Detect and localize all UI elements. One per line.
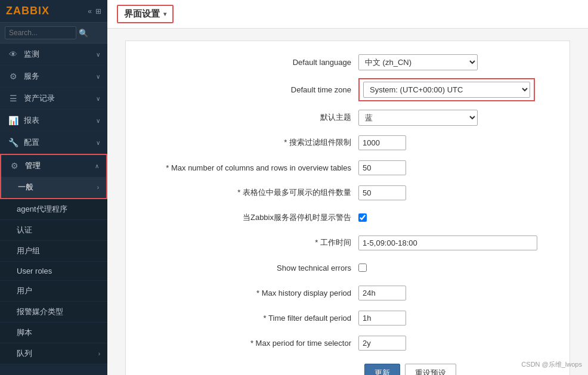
sidebar-item-monitor[interactable]: 👁 监测 ∨ — [0, 44, 107, 66]
search-filter-input[interactable] — [358, 135, 406, 150]
service-icon: ⚙ — [7, 72, 19, 81]
manage-icon: ⚙ — [8, 161, 20, 171]
search-icon: 🔍 — [79, 29, 88, 38]
page-title: 界面设置 — [124, 8, 160, 20]
default-lang-label: Default language — [144, 58, 358, 67]
sidebar-item-report[interactable]: 📊 报表 ∨ — [0, 110, 107, 132]
management-section: ⚙ 管理 ∧ 一般 › — [0, 154, 107, 199]
default-lang-select[interactable]: 中文 (zh_CN) — [358, 54, 478, 70]
max-widget-row: * 表格位中最多可展示的组件数量 — [144, 184, 552, 202]
collapse-icon[interactable]: « — [88, 7, 92, 16]
chevron-up-icon: ∧ — [95, 163, 99, 169]
show-warning-checkbox-wrap — [358, 213, 367, 222]
show-warning-row: 当Zabbix服务器停机时显示警告 — [144, 209, 552, 227]
max-columns-input[interactable] — [358, 160, 406, 175]
sidebar-item-usergroup[interactable]: 用户组 — [0, 241, 107, 262]
config-icon: 🔧 — [7, 138, 19, 147]
content-body: Default language 中文 (zh_CN) Default time… — [107, 29, 588, 375]
media-label: 报警媒介类型 — [17, 306, 63, 317]
work-time-row: * 工作时间 — [144, 234, 552, 252]
max-widget-label: * 表格位中最多可展示的组件数量 — [144, 187, 358, 198]
userroles-label: User roles — [17, 266, 52, 275]
show-warning-checkbox[interactable] — [358, 213, 367, 222]
sidebar-item-general[interactable]: 一般 › — [1, 177, 106, 198]
sidebar-item-userroles[interactable]: User roles — [0, 262, 107, 281]
sidebar-item-assets[interactable]: ☰ 资产记录 ∨ — [0, 88, 107, 110]
default-lang-row: Default language 中文 (zh_CN) — [144, 53, 552, 71]
settings-form: Default language 中文 (zh_CN) Default time… — [125, 41, 570, 375]
time-filter-row: * Time filter default period — [144, 309, 552, 327]
sidebar-item-users[interactable]: 用户 — [0, 281, 107, 302]
title-dropdown-icon: ▾ — [163, 11, 166, 17]
sidebar-item-label: 监测 — [24, 49, 39, 60]
show-tech-errors-checkbox-wrap — [358, 264, 367, 272]
time-filter-label: * Time filter default period — [144, 314, 358, 323]
chevron-down-icon: ∨ — [96, 140, 100, 146]
default-theme-label: 默认主题 — [144, 112, 358, 123]
auth-label: 认证 — [17, 225, 32, 235]
default-theme-row: 默认主题 蓝 — [144, 109, 552, 126]
search-filter-label: * 搜索过滤组件限制 — [144, 137, 358, 148]
monitor-icon: 👁 — [7, 49, 19, 59]
assets-icon: ☰ — [7, 94, 19, 103]
show-tech-errors-row: Show technical errors — [144, 259, 552, 277]
chevron-right-icon: › — [98, 351, 100, 357]
zabbix-logo: ZABBIX — [6, 5, 88, 17]
sidebar-item-auth[interactable]: 认证 — [0, 220, 107, 241]
sidebar-item-manage[interactable]: ⚙ 管理 ∧ — [1, 155, 106, 177]
sidebar-header-icons: « ⊞ — [88, 7, 101, 16]
content-header: 界面设置 ▾ — [107, 0, 588, 29]
chevron-down-icon: ∨ — [96, 117, 100, 124]
default-tz-label: Default time zone — [144, 85, 358, 94]
agent-label: agent代理程序 — [17, 204, 67, 215]
grid-icon[interactable]: ⊞ — [95, 7, 101, 16]
show-tech-errors-checkbox[interactable] — [358, 264, 367, 272]
chevron-down-icon: ∨ — [96, 51, 100, 58]
report-icon: 📊 — [7, 116, 19, 125]
usergroup-label: 用户组 — [17, 246, 40, 256]
max-period-input[interactable] — [358, 336, 406, 351]
max-history-input[interactable] — [358, 286, 406, 300]
default-tz-select[interactable]: System: (UTC+00:00) UTC — [363, 82, 530, 98]
general-label: 一般 — [18, 182, 33, 193]
content-area: 界面设置 ▾ Default language 中文 (zh_CN) Defau… — [107, 0, 588, 375]
max-period-row: * Max period for time selector — [144, 334, 552, 352]
sidebar-item-label: 报表 — [24, 115, 39, 126]
sidebar-item-service[interactable]: ⚙ 服务 ∨ — [0, 66, 107, 88]
time-filter-input[interactable] — [358, 311, 406, 326]
chevron-down-icon: ∨ — [96, 95, 100, 102]
sidebar-item-media[interactable]: 报警媒介类型 — [0, 302, 107, 323]
sidebar-item-agent[interactable]: agent代理程序 — [0, 199, 107, 220]
search-filter-row: * 搜索过滤组件限制 — [144, 134, 552, 151]
update-button[interactable]: 更新 — [364, 364, 400, 375]
work-time-input[interactable] — [358, 235, 537, 250]
default-theme-select[interactable]: 蓝 — [358, 110, 478, 126]
script-label: 脚本 — [17, 327, 32, 338]
work-time-label: * 工作时间 — [144, 237, 358, 248]
sidebar-item-label: 管理 — [25, 160, 41, 171]
timezone-highlight-wrapper: System: (UTC+00:00) UTC — [358, 78, 535, 101]
max-widget-input[interactable] — [358, 185, 406, 200]
max-period-label: * Max period for time selector — [144, 339, 358, 348]
search-input[interactable] — [5, 26, 76, 39]
form-buttons: 更新 重设预设 — [144, 364, 552, 375]
max-columns-label: * Max number of columns and rows in over… — [144, 163, 358, 172]
sidebar-item-script[interactable]: 脚本 — [0, 323, 107, 343]
max-history-label: * Max history display period — [144, 289, 358, 297]
chevron-right-icon: › — [97, 184, 99, 191]
sidebar-item-queue[interactable]: 队列 › — [0, 343, 107, 364]
reset-button[interactable]: 重设预设 — [405, 364, 456, 375]
users-label: 用户 — [17, 286, 32, 296]
page-title-button[interactable]: 界面设置 ▾ — [117, 5, 174, 23]
queue-label: 队列 — [17, 348, 32, 359]
sidebar-item-config[interactable]: 🔧 配置 ∨ — [0, 132, 107, 154]
watermark: CSDN @乐维_lwops — [521, 360, 582, 369]
max-history-row: * Max history display period — [144, 284, 552, 302]
default-tz-row: Default time zone System: (UTC+00:00) UT… — [144, 78, 552, 101]
sidebar-item-label: 服务 — [24, 71, 39, 82]
sidebar-item-label: 配置 — [24, 137, 39, 148]
show-warning-label: 当Zabbix服务器停机时显示警告 — [144, 212, 358, 223]
show-tech-errors-label: Show technical errors — [144, 264, 358, 272]
max-columns-row: * Max number of columns and rows in over… — [144, 159, 552, 176]
sidebar-header: ZABBIX « ⊞ — [0, 0, 107, 23]
